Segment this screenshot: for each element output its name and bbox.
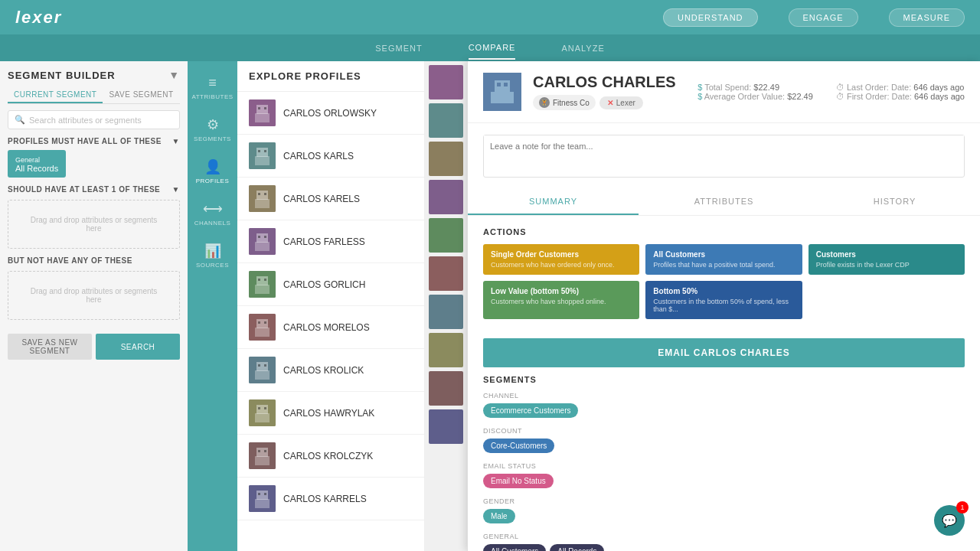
right-avatar[interactable] (429, 218, 463, 253)
segment-chip[interactable]: Ecommerce Customers (483, 403, 578, 418)
segment-chip[interactable]: All Records (550, 544, 604, 551)
logo: lexer (15, 8, 632, 28)
should-have-drop-zone[interactable]: Drag and drop attributes or segments her… (8, 200, 180, 249)
svg-rect-49 (264, 493, 266, 495)
should-have-collapse[interactable]: ▼ (172, 185, 180, 194)
measure-nav-btn[interactable]: MEASURE (889, 8, 965, 27)
sub-nav-analyze[interactable]: ANALYZE (561, 37, 604, 59)
action-all-customers[interactable]: All Customers Profiles that have a posit… (645, 244, 802, 275)
tab-summary[interactable]: SUMMARY (468, 189, 639, 215)
sub-nav-segment[interactable]: SEGMENT (375, 37, 422, 59)
sidebar-icon-segments[interactable]: ⚙ SEGMENTS (188, 110, 237, 148)
search-segment-btn[interactable]: SEARCH (96, 334, 180, 360)
right-avatar[interactable] (429, 142, 463, 176)
tab-current-segment[interactable]: CURRENT SEGMENT (8, 87, 103, 103)
attributes-label: ATTRIBUTES (191, 93, 233, 100)
segment-chip[interactable]: Male (483, 509, 515, 523)
svg-rect-41 (255, 456, 270, 465)
segment-builder-collapse[interactable]: ▼ (168, 69, 180, 81)
right-avatar[interactable] (429, 409, 463, 444)
profile-name: CARLOS KARELS (283, 194, 360, 204)
action-bottom-50[interactable]: Bottom 50% Customers in the bottom 50% o… (645, 281, 802, 319)
profile-name: CARLOS HAWRYLAK (283, 408, 374, 419)
list-item[interactable]: CARLOS HAWRYLAK (237, 392, 424, 435)
right-avatar[interactable] (429, 103, 463, 138)
understand-nav-btn[interactable]: UNDERSTAND (663, 8, 758, 27)
note-input[interactable] (484, 135, 964, 174)
right-avatar[interactable] (429, 295, 463, 329)
right-avatar[interactable] (429, 256, 463, 291)
segment-chip[interactable]: Core-Customers (483, 439, 554, 453)
channels-label: CHANNELS (194, 220, 231, 227)
chat-bubble[interactable]: 💬 1 (934, 505, 965, 536)
list-item[interactable]: CARLOS KROLICK (237, 349, 424, 392)
svg-rect-28 (258, 321, 260, 324)
avatar (249, 271, 276, 298)
segment-chip[interactable]: All Customers (483, 544, 546, 551)
action-low-value[interactable]: Low Value (bottom 50%) Customers who hav… (483, 281, 639, 319)
svg-rect-44 (264, 450, 266, 452)
segment-chip[interactable]: Email No Status (483, 474, 554, 488)
svg-rect-13 (258, 193, 260, 195)
action-tags: Single Order Customers Customers who hav… (483, 244, 965, 319)
segment-row: GENDERMale (483, 497, 965, 523)
avatar (249, 485, 276, 512)
email-btn[interactable]: EMAIL CARLOS CHARLES (483, 338, 965, 367)
list-item[interactable]: CARLOS KARELS (237, 178, 424, 220)
svg-rect-39 (264, 407, 266, 409)
sub-nav: SEGMENT COMPARE ANALYZE (0, 34, 980, 61)
sidebar-icon-profiles[interactable]: 👤 PROFILES (188, 152, 237, 191)
profiles-list: EXPLORE PROFILES CARLOS ORLOWSKYCARLOS K… (237, 61, 425, 551)
right-avatar[interactable] (429, 371, 463, 406)
list-item[interactable]: CARLOS KARRELS (237, 478, 424, 520)
builder-bottom-btns: SAVE AS NEW SEGMENT SEARCH (8, 326, 180, 360)
right-avatar[interactable] (429, 65, 463, 99)
profiles-container: CARLOS ORLOWSKYCARLOS KARLSCARLOS KARELS… (237, 92, 424, 520)
svg-rect-6 (255, 156, 270, 165)
list-item[interactable]: CARLOS ORLOWSKY (237, 92, 424, 135)
profiles-icon: 👤 (204, 158, 221, 175)
action-bottom-50-title: Bottom 50% (653, 287, 794, 295)
but-not-drop-zone[interactable]: Drag and drop attributes or segments her… (8, 271, 180, 320)
profile-tag: General All Records (8, 150, 66, 178)
segment-row-label: GENERAL (483, 533, 965, 540)
segments-icon: ⚙ (207, 116, 219, 133)
tab-save-segment[interactable]: SAVE SEGMENT (103, 87, 179, 103)
channels-icon: ⟷ (203, 201, 223, 217)
svg-rect-33 (258, 364, 260, 367)
save-segment-btn[interactable]: SAVE AS NEW SEGMENT (8, 334, 92, 360)
action-single-order[interactable]: Single Order Customers Customers who hav… (483, 244, 639, 275)
segment-builder: SEGMENT BUILDER ▼ CURRENT SEGMENT SAVE S… (0, 61, 188, 551)
sidebar-icon-sources[interactable]: 📊 SOURCES (188, 236, 237, 275)
list-item[interactable]: CARLOS GORLICH (237, 263, 424, 306)
main-content: SEGMENT BUILDER ▼ CURRENT SEGMENT SAVE S… (0, 61, 980, 551)
action-customers[interactable]: Customers Profile exists in the Lexer CD… (808, 244, 965, 275)
must-have-collapse[interactable]: ▼ (172, 137, 180, 145)
segment-search-box[interactable]: 🔍 Search attributes or segments (8, 110, 180, 129)
actions-title: ACTIONS (483, 227, 965, 236)
sidebar-icon-attributes[interactable]: ≡ ATTRIBUTES (188, 69, 237, 106)
svg-rect-36 (255, 413, 270, 422)
chat-badge: 1 (956, 501, 969, 514)
avatar (249, 314, 276, 341)
list-item[interactable]: CARLOS FARLESS (237, 220, 424, 263)
right-avatar[interactable] (429, 333, 463, 367)
tab-attributes[interactable]: ATTRIBUTES (639, 189, 809, 215)
list-item[interactable]: CARLOS KROLCZYK (237, 435, 424, 478)
svg-rect-21 (255, 285, 270, 294)
but-not-title: BUT NOT HAVE ANY OF THESE (8, 256, 180, 265)
right-avatar[interactable] (429, 180, 463, 214)
profiles-right-strip (425, 61, 467, 551)
engage-nav-btn[interactable]: ENGAGE (789, 8, 858, 27)
sidebar-icon-channels[interactable]: ⟷ CHANNELS (188, 194, 237, 233)
segment-builder-tabs: CURRENT SEGMENT SAVE SEGMENT (8, 87, 180, 104)
fitness-tag: 🏋 Fitness Co (533, 95, 596, 110)
top-nav: lexer UNDERSTAND ENGAGE MEASURE (0, 0, 980, 34)
list-item[interactable]: CARLOS KARLS (237, 135, 424, 178)
note-area[interactable] (483, 135, 965, 178)
sub-nav-compare[interactable]: COMPARE (469, 37, 516, 60)
list-item[interactable]: CARLOS MORELOS (237, 306, 424, 349)
segment-chips: Ecommerce Customers (483, 403, 965, 418)
avatar (249, 185, 276, 212)
tab-history[interactable]: HISTORY (809, 189, 980, 215)
